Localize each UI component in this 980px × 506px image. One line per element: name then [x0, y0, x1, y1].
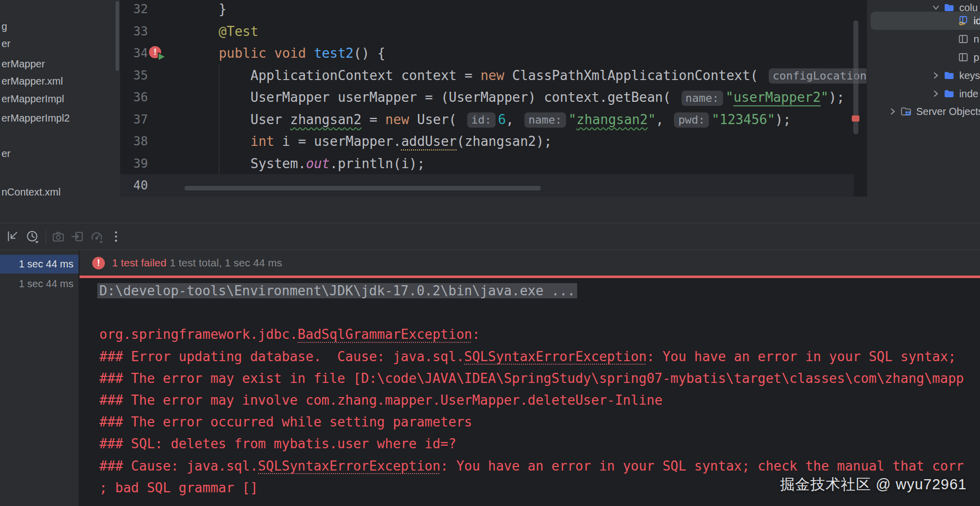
- line-number[interactable]: 33: [120, 20, 148, 43]
- run-test-gutter-icon[interactable]: [156, 51, 167, 62]
- project-file-item[interactable]: erMapperImpl: [2, 92, 64, 106]
- editor-horizontal-scrollbar[interactable]: [184, 186, 541, 190]
- console-line: ### The error may involve com.zhang.mapp…: [99, 390, 964, 411]
- code-text: @Test: [187, 20, 258, 43]
- column-icon: [958, 33, 969, 45]
- folder-icon: [944, 88, 955, 99]
- code-text: ApplicationContext context = new ClassPa…: [187, 64, 866, 87]
- tree-item-label: Server Objects: [916, 102, 980, 121]
- console-line: ### The error occurred while setting par…: [99, 411, 964, 433]
- line-number[interactable]: 32: [120, 0, 148, 20]
- parameter-hint-pill: name:: [524, 112, 566, 128]
- code-line[interactable]: 32 }: [120, 0, 866, 20]
- code-line[interactable]: 34 public void test2() {: [120, 42, 866, 64]
- line-number[interactable]: 39: [120, 152, 148, 175]
- line-number[interactable]: 40: [120, 174, 148, 197]
- project-tree-panel: gererMappererMapper.xmlerMapperImplerMap…: [0, 0, 120, 197]
- line-number[interactable]: 35: [120, 64, 148, 87]
- console-blank-line: [99, 302, 964, 324]
- parameter-hint-pill: configLocation:: [769, 68, 866, 84]
- console-line: D:\develop-tools\Environment\JDK\jdk-17.…: [99, 280, 964, 302]
- import-into-icon[interactable]: [70, 229, 85, 244]
- code-text: public void test2() {: [187, 42, 385, 64]
- code-line[interactable]: 35 ApplicationContext context = new Clas…: [120, 64, 866, 87]
- test-console[interactable]: D:\develop-tools\Environment\JDK\jdk-17.…: [80, 278, 980, 506]
- code-editor[interactable]: 32 }33 @Test34 public void test2() {35 A…: [120, 0, 866, 197]
- code-text: User zhangsan2 = new User( id:6, name:"z…: [187, 108, 791, 131]
- tree-item-label: p: [973, 48, 979, 66]
- project-file-item[interactable]: er: [2, 36, 11, 51]
- test-run-history-list: 1 sec 44 ms1 sec 44 ms: [0, 250, 79, 506]
- db-tree-item-p[interactable]: p: [867, 48, 980, 66]
- test-toolbar: [0, 223, 980, 250]
- more-options-kebab-icon[interactable]: [109, 229, 123, 244]
- chevron-right-icon[interactable]: [931, 89, 941, 99]
- tests-summary-label: 1 test total, 1 sec 44 ms: [170, 250, 282, 276]
- error-stripe-mark[interactable]: [852, 115, 859, 122]
- code-line[interactable]: 39 System.out.println(i);: [120, 152, 866, 175]
- test-failed-status-icon: !: [92, 257, 105, 269]
- watermark-text: 掘金技术社区 @ wyu72961: [780, 475, 967, 495]
- parameter-hint-pill: name:: [682, 91, 723, 106]
- code-text: System.out.println(i);: [187, 152, 425, 175]
- project-panel-scrollbar[interactable]: [116, 1, 119, 71]
- test-history-icon[interactable]: [25, 229, 40, 244]
- screenshot-camera-icon[interactable]: [51, 229, 65, 244]
- tree-item-label: id: [973, 12, 980, 30]
- exception-link[interactable]: SQLSyntaxErrorException: [258, 458, 440, 474]
- code-line[interactable]: 37 User zhangsan2 = new User( id:6, name…: [120, 108, 866, 131]
- code-line[interactable]: 40: [120, 174, 866, 197]
- profiler-gauge-icon[interactable]: [90, 229, 104, 244]
- line-number[interactable]: 37: [120, 108, 148, 131]
- db-tree-item-inde[interactable]: inde: [867, 85, 980, 103]
- code-text: }: [187, 0, 227, 20]
- parameter-hint-pill: pwd:: [674, 112, 709, 128]
- console-selected-text: D:\develop-tools\Environment\JDK\jdk-17.…: [99, 283, 575, 298]
- chevron-right-icon[interactable]: [931, 70, 941, 81]
- project-file-item[interactable]: erMapperImpl2: [2, 111, 70, 125]
- project-file-item[interactable]: erMapper: [2, 57, 45, 71]
- tree-item-label: keys: [959, 66, 980, 85]
- code-line[interactable]: 38 int i = userMapper.addUser(zhangsan2)…: [120, 130, 866, 152]
- column-key-icon: [958, 15, 969, 26]
- jump-to-source-icon[interactable]: [6, 229, 20, 244]
- console-line: ### Error updating database. Cause: java…: [99, 346, 964, 368]
- code-text: int i = userMapper.addUser(zhangsan2);: [187, 130, 552, 152]
- db-tree-item-n[interactable]: n: [867, 30, 980, 48]
- project-file-item[interactable]: nContext.xml: [2, 185, 61, 197]
- folder-icon: [944, 70, 955, 81]
- chevron-down-icon[interactable]: [931, 3, 941, 13]
- line-number[interactable]: 38: [120, 130, 148, 152]
- test-run-item[interactable]: 1 sec 44 ms: [0, 275, 79, 293]
- project-file-item[interactable]: erMapper.xml: [2, 74, 63, 88]
- tree-item-label: n: [973, 30, 979, 48]
- test-results-area: 1 sec 44 ms1 sec 44 ms ! 1 test failed 1…: [0, 250, 980, 506]
- project-file-item[interactable]: g: [2, 19, 7, 33]
- console-line: org.springframework.jdbc.BadSqlGrammarEx…: [99, 324, 964, 345]
- console-line: ### Cause: java.sql.SQLSyntaxErrorExcept…: [99, 455, 964, 477]
- code-line[interactable]: 33 @Test: [120, 20, 866, 43]
- console-line: ### The error may exist in file [D:\code…: [99, 368, 964, 390]
- line-number[interactable]: 36: [120, 86, 148, 108]
- toolbar-divider: [46, 230, 46, 243]
- db-tree-item-server-objects[interactable]: Server Objects: [867, 102, 980, 121]
- chevron-right-icon[interactable]: [888, 106, 898, 116]
- test-output-pane: ! 1 test failed 1 test total, 1 sec 44 m…: [80, 250, 980, 506]
- parameter-hint-pill: id:: [467, 112, 496, 128]
- line-number[interactable]: 34: [120, 42, 148, 64]
- code-line[interactable]: 36 UserMapper userMapper = (UserMapper) …: [120, 86, 866, 108]
- exception-link[interactable]: SQLSyntaxErrorException: [464, 349, 647, 364]
- test-run-item[interactable]: 1 sec 44 ms: [0, 255, 79, 274]
- code-text: UserMapper userMapper = (UserMapper) con…: [187, 86, 845, 108]
- ide-window: gererMappererMapper.xmlerMapperImplerMap…: [0, 0, 980, 506]
- server-folder-icon: [900, 106, 912, 117]
- project-file-item[interactable]: er: [2, 146, 11, 161]
- test-tool-window: 1 sec 44 ms1 sec 44 ms ! 1 test failed 1…: [0, 197, 980, 506]
- database-tree-panel: coluidnpkeysindeServer Objects: [866, 0, 980, 197]
- console-line: ### SQL: deletes from mybatis.user where…: [99, 433, 964, 455]
- db-tree-item-keys[interactable]: keys: [867, 66, 980, 85]
- exception-link[interactable]: BadSqlGrammarException: [297, 327, 472, 342]
- db-tree-item-id[interactable]: id: [867, 12, 980, 30]
- column-icon: [958, 52, 969, 63]
- tree-item-label: inde: [959, 85, 978, 103]
